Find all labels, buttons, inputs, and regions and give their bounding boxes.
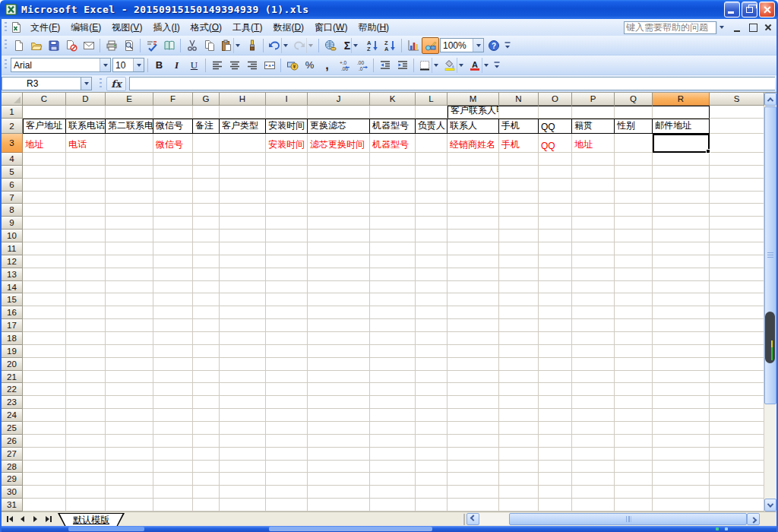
format-painter-button[interactable] [243, 37, 261, 54]
cell-P13[interactable] [572, 268, 615, 281]
cell-N30[interactable] [499, 486, 539, 499]
name-box-dropdown[interactable] [81, 77, 92, 90]
bold-button[interactable]: B [150, 57, 168, 74]
workbook-restore-button[interactable] [748, 23, 758, 33]
cell-K1[interactable] [370, 106, 416, 119]
sort-descending-button[interactable]: ZA [381, 37, 399, 54]
cell-Q27[interactable] [615, 448, 653, 461]
cell-J20[interactable] [308, 358, 370, 371]
cell-I24[interactable] [266, 409, 308, 422]
cell-M3[interactable]: 经销商姓名 [448, 134, 499, 153]
cell-S15[interactable] [710, 293, 764, 306]
cell-Q5[interactable] [615, 166, 653, 179]
cell-E6[interactable] [106, 179, 153, 192]
cell-M17[interactable] [448, 319, 499, 332]
cell-G28[interactable] [193, 461, 220, 473]
cell-O30[interactable] [539, 486, 572, 499]
cell-O4[interactable] [539, 153, 572, 166]
zoom-combo-dropdown[interactable] [473, 39, 483, 52]
cell-J11[interactable] [308, 242, 370, 255]
cell-O15[interactable] [539, 293, 572, 306]
row-header-26[interactable]: 26 [2, 435, 23, 448]
cell-K3[interactable]: 机器型号 [370, 134, 416, 153]
cell-K4[interactable] [370, 153, 416, 166]
cell-S7[interactable] [710, 192, 764, 204]
cell-P6[interactable] [572, 179, 615, 192]
cell-I11[interactable] [266, 242, 308, 255]
column-header-F[interactable]: F [153, 93, 193, 106]
cell-Q1[interactable] [615, 106, 653, 119]
cell-R20[interactable] [653, 358, 710, 371]
cell-I6[interactable] [266, 179, 308, 192]
cell-K8[interactable] [370, 204, 416, 217]
cell-C25[interactable] [23, 422, 66, 435]
cell-G12[interactable] [193, 255, 220, 268]
cell-Q18[interactable] [615, 332, 653, 345]
column-header-O[interactable]: O [539, 93, 572, 106]
cell-D25[interactable] [66, 422, 106, 435]
cell-J15[interactable] [308, 293, 370, 306]
cell-O28[interactable] [539, 461, 572, 473]
cell-M13[interactable] [448, 268, 499, 281]
cell-I27[interactable] [266, 448, 308, 461]
paste-dropdown[interactable] [233, 38, 241, 53]
cell-N18[interactable] [499, 332, 539, 345]
cell-H15[interactable] [220, 293, 266, 306]
cell-I25[interactable] [266, 422, 308, 435]
cell-H18[interactable] [220, 332, 266, 345]
cell-J12[interactable] [308, 255, 370, 268]
cell-F16[interactable] [153, 306, 193, 319]
cell-E17[interactable] [106, 319, 153, 332]
cell-H10[interactable] [220, 230, 266, 242]
cell-I17[interactable] [266, 319, 308, 332]
row-header-13[interactable]: 13 [2, 268, 23, 281]
cell-P23[interactable] [572, 396, 615, 409]
cell-M16[interactable] [448, 306, 499, 319]
cell-D5[interactable] [66, 166, 106, 179]
cell-L24[interactable] [416, 409, 448, 422]
cell-Q14[interactable] [615, 281, 653, 294]
row-header-6[interactable]: 6 [2, 179, 23, 192]
cell-K24[interactable] [370, 409, 416, 422]
cell-G17[interactable] [193, 319, 220, 332]
cell-G10[interactable] [193, 230, 220, 242]
cell-S12[interactable] [710, 255, 764, 268]
cell-H11[interactable] [220, 242, 266, 255]
cell-E1[interactable] [106, 106, 153, 119]
cell-J27[interactable] [308, 448, 370, 461]
cell-H28[interactable] [220, 461, 266, 473]
cell-C17[interactable] [23, 319, 66, 332]
cell-N4[interactable] [499, 153, 539, 166]
cell-J28[interactable] [308, 461, 370, 473]
cell-M19[interactable] [448, 345, 499, 358]
cell-P31[interactable] [572, 499, 615, 511]
cell-P9[interactable] [572, 217, 615, 230]
menu-view[interactable]: 视图(V) [106, 20, 147, 35]
cell-Q4[interactable] [615, 153, 653, 166]
paste-button[interactable] [218, 37, 243, 54]
cell-K17[interactable] [370, 319, 416, 332]
cell-N2[interactable]: 手机 [499, 119, 539, 134]
cell-H25[interactable] [220, 422, 266, 435]
cell-E3[interactable] [106, 134, 153, 153]
cell-Q25[interactable] [615, 422, 653, 435]
zoom-combo[interactable]: 100% [440, 38, 484, 52]
cell-S30[interactable] [710, 486, 764, 499]
cell-K7[interactable] [370, 192, 416, 204]
cell-G23[interactable] [193, 396, 220, 409]
cell-K28[interactable] [370, 461, 416, 473]
cell-Q10[interactable] [615, 230, 653, 242]
cell-G26[interactable] [193, 435, 220, 448]
cell-N10[interactable] [499, 230, 539, 242]
toolbar-options-button[interactable] [492, 57, 502, 74]
cell-N17[interactable] [499, 319, 539, 332]
cell-C1[interactable] [23, 106, 66, 119]
cell-S26[interactable] [710, 435, 764, 448]
name-box[interactable]: R3 [2, 77, 81, 90]
row-header-11[interactable]: 11 [2, 242, 23, 255]
cell-J25[interactable] [308, 422, 370, 435]
cell-F12[interactable] [153, 255, 193, 268]
cell-D31[interactable] [66, 499, 106, 511]
cell-G20[interactable] [193, 358, 220, 371]
cell-O11[interactable] [539, 242, 572, 255]
